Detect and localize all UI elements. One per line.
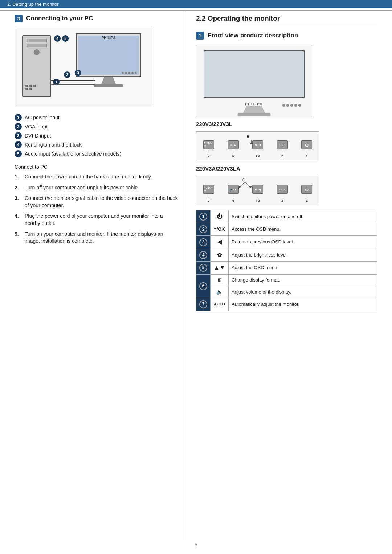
func-desc-5: Adjust the OSD menu.	[229, 262, 377, 274]
callout-list: 1 AC power input 2 VGA input 3 DVI-D inp…	[15, 114, 178, 157]
callout-item-2: 2 VGA input	[15, 123, 178, 130]
right-column: 2.2 Operating the monitor 1 Front view p…	[196, 15, 377, 311]
step-text-4: Plug the power cord of your computer and…	[25, 213, 178, 227]
func-num-1: 1	[196, 210, 211, 223]
step-num-4: 4.	[15, 213, 21, 227]
monitor-stand	[101, 77, 116, 84]
callout-circle-2: 2	[15, 123, 22, 130]
pc-ports-area	[25, 85, 49, 91]
diagram-callout-4: 4	[54, 35, 61, 42]
func-num-6: 6	[196, 274, 211, 298]
monitor-base	[94, 84, 123, 87]
pc-port	[33, 85, 36, 87]
func-desc-7: Automatically adjust the monitor.	[229, 298, 377, 311]
monitor-illustration: PHILIPS	[76, 33, 141, 84]
monitor-btn	[135, 72, 137, 74]
bs2-bright: ✿/◀ 4 3	[252, 185, 263, 202]
pc-port	[25, 85, 28, 87]
callout-circle-3: 3	[15, 132, 22, 139]
step-text-1: Connect the power cord to the back of th…	[25, 173, 152, 181]
sub-section-number: 1	[196, 32, 204, 40]
pc-port	[25, 88, 28, 90]
connect-pc-title: Connect to PC	[15, 164, 178, 170]
bs2-auto: AUTO/▼ 7	[203, 185, 214, 202]
model2-label: 220V3A/220V3LA	[196, 165, 377, 172]
btn-label-6: 6	[247, 135, 249, 139]
func-icon-5: ▲▼	[211, 262, 229, 274]
bs2-line4	[282, 194, 282, 198]
callout-label-5: Audio input (available for selective mod…	[25, 151, 121, 157]
bs2-line3	[258, 194, 258, 198]
front-view-diagram: PHILIPS	[196, 45, 312, 117]
btn-num-4-3: 4 3	[256, 154, 260, 158]
step-text-5: Turn on your computer and monitor. If th…	[25, 231, 178, 245]
btn2-auto: AUTO/▼	[203, 185, 214, 194]
fv-buttons-row	[282, 104, 301, 107]
func-num-4: 4	[196, 249, 211, 261]
table-row-4: 4 ✿ Adjust the brightness level.	[196, 249, 377, 261]
monitor-screen: PHILIPS	[76, 33, 141, 77]
btn2-vol: 🔈/▲	[228, 185, 239, 194]
model1-label: 220V3/220V3L	[196, 121, 377, 127]
btn2-ok: ≡/OK	[277, 185, 288, 194]
btn-power: ⏻	[301, 140, 312, 149]
bs-line	[209, 150, 209, 153]
btn-menu: ⊞/▲	[228, 140, 239, 149]
step-1: 1. Connect the power cord to the back of…	[15, 173, 178, 181]
func-circle-7: 7	[199, 300, 207, 308]
callout-item-3: 3 DVI-D input	[15, 132, 178, 139]
top-rule	[0, 10, 392, 11]
page-number: 5	[195, 542, 197, 547]
func-icon-3: ◀	[211, 236, 229, 249]
table-row-3: 3 ◀ Return to previous OSD level.	[196, 236, 377, 249]
pc-drive2	[27, 44, 47, 47]
bs-power: ⏻ 1	[301, 140, 312, 158]
pc-port	[29, 88, 32, 90]
callout-label-4: Kensington anti-theft lock	[25, 142, 82, 148]
btn-num-2: 2	[281, 154, 283, 158]
pc-port-row1	[25, 85, 49, 87]
step-2: 2. Turn off your computer and unplug its…	[15, 184, 178, 192]
func-icon-4: ✿	[211, 249, 229, 261]
fv-stand-svg	[232, 106, 276, 117]
fv-btn	[298, 104, 301, 107]
section-number: 3	[15, 15, 23, 22]
bs-line2	[233, 150, 233, 153]
step-3: 3. Connect the monitor signal cable to t…	[15, 195, 178, 209]
callout-circle-1: 1	[15, 114, 22, 121]
pc-drive1	[27, 39, 47, 42]
front-view-section-header: 1 Front view product description	[196, 32, 377, 40]
header-text: 2. Setting up the monitor	[7, 1, 59, 7]
bs2-power: ⏻ 1	[301, 185, 312, 202]
btn2-num-6: 6	[232, 199, 234, 202]
step-num-3: 3.	[15, 195, 21, 209]
diagram-callout-2: 2	[64, 71, 70, 78]
fv-brand-label: PHILIPS	[245, 102, 263, 106]
btn-num-6: 6	[232, 154, 234, 158]
bs-line4	[282, 150, 282, 153]
func-icon-6b: 🔈	[211, 286, 229, 298]
btn-strip-model2-bottom: AUTO/▼ 7 🔈/▲ 6 ✿/◀ 4 3 ≡/OK 2 ⏻	[203, 185, 312, 202]
pc-port-row2	[25, 88, 49, 90]
svg-rect-3	[238, 113, 270, 116]
monitor-screen-inner	[78, 36, 139, 75]
step-num-2: 2.	[15, 184, 21, 192]
btn2-bright: ✿/◀	[252, 185, 263, 194]
callout-item-1: 1 AC power input	[15, 114, 178, 121]
table-row-7: 7 AUTO Automatically adjust the monitor.	[196, 298, 377, 311]
btn-strip-model2: 6 AUTO/▼ 7 🔈/▲ 6 ✿/◀ 4	[196, 176, 319, 205]
bs-bright: ✿/◀ 4 3	[252, 140, 263, 158]
callout-circle-4: 4	[15, 141, 22, 148]
section-title: Connecting to your PC	[26, 15, 93, 22]
callout-label-3: DVI-D input	[25, 133, 51, 139]
func-circle-6: 6	[199, 282, 207, 290]
table-row-2: 2 ≡/OK Access the OSD menu.	[196, 223, 377, 236]
func-desc-6a: Change display format.	[229, 274, 377, 286]
diagram-callout-1: 1	[53, 79, 60, 85]
callout-label-1: AC power input	[25, 115, 60, 120]
monitor-btn	[131, 72, 134, 74]
monitor-btn	[125, 72, 127, 74]
btn2-num-1: 1	[306, 199, 307, 202]
fv-btn	[294, 104, 297, 107]
page-header: 2. Setting up the monitor	[0, 0, 392, 8]
